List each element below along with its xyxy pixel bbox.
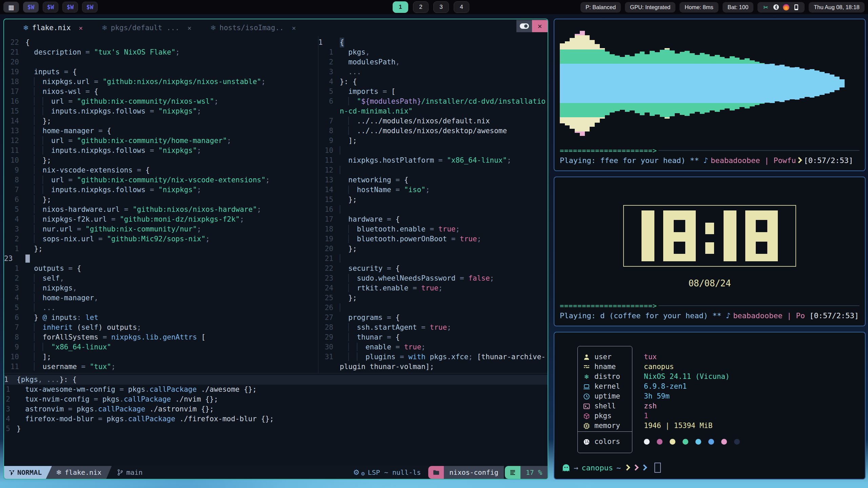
code-line[interactable]: 6 ▏ }; bbox=[4, 195, 318, 205]
code-line[interactable]: 6 ▏ "${modulesPath}/installer/cd-dvd/ins… bbox=[318, 97, 548, 106]
code-line[interactable]: 2 ▏ sops-nix.url = "github:Mic92/sops-ni… bbox=[4, 234, 318, 244]
code-line[interactable]: 22 security = { bbox=[318, 264, 548, 273]
toggle-button[interactable] bbox=[516, 20, 532, 32]
code-line[interactable]: 26▏ bbox=[318, 303, 548, 313]
flame-icon[interactable] bbox=[783, 4, 789, 11]
code-line[interactable]: 29 ▏ thunar = { bbox=[318, 332, 548, 342]
code-pane-left[interactable]: 22{21 description = "tux's NixOS Flake";… bbox=[4, 36, 318, 373]
code-line[interactable]: 5} bbox=[4, 424, 548, 434]
workspace-button-2[interactable]: $W bbox=[43, 2, 58, 13]
close-tab-icon[interactable]: ✕ bbox=[292, 24, 296, 32]
code-line[interactable]: 4 ▏ nixpkgs-f2k.url = "github:moni-dz/ni… bbox=[4, 215, 318, 224]
code-line[interactable]: 3 ... bbox=[318, 67, 548, 77]
workspace-button-1[interactable]: $W bbox=[23, 2, 39, 13]
tab-hosts-isoimage[interactable]: ❄ hosts/isoImag.. ✕ bbox=[211, 24, 296, 32]
terminal-fetch-window[interactable]: → canopus ~ usertuxhnamecanopus❄distroNi… bbox=[554, 332, 866, 480]
neovim-window[interactable]: ❄ flake.nix ✕ ❄ pkgs/default ... ✕ ❄ hos… bbox=[3, 19, 548, 480]
code-line[interactable]: 21▏ bbox=[318, 254, 548, 264]
code-line[interactable]: 2 ▏ self, bbox=[4, 273, 318, 283]
code-line[interactable]: 11 nixpkgs.hostPlatform = "x86_64-linux"… bbox=[318, 156, 548, 165]
code-line[interactable]: 25 }; bbox=[318, 293, 548, 303]
code-line[interactable]: 16▏ bbox=[318, 205, 548, 215]
tab-flake-nix[interactable]: ❄ flake.nix ✕ bbox=[23, 24, 83, 32]
code-line[interactable]: 7 ▏ inherit (self) outputs; bbox=[4, 323, 318, 332]
tag-3[interactable]: 3 bbox=[433, 1, 449, 13]
code-line[interactable]: 8 ▏ ▏ url = "github:nix-community/nix-vs… bbox=[4, 175, 318, 185]
code-line[interactable]: 9 ]; bbox=[318, 136, 548, 146]
code-line[interactable]: 14 ▏ }; bbox=[4, 116, 318, 126]
code-line[interactable]: 4 ▏ home-manager, bbox=[4, 293, 318, 303]
code-line[interactable]: 15 }; bbox=[318, 195, 548, 205]
code-line[interactable]: 24 ▏ rtkit.enable = true; bbox=[318, 283, 548, 293]
tag-2[interactable]: 2 bbox=[413, 1, 429, 13]
code-line[interactable]: 12 ▏ ▏ url = "github:nix-community/home-… bbox=[4, 136, 318, 146]
audio-visualizer-window[interactable]: =====================> Playing: ffee for… bbox=[554, 19, 866, 171]
code-line[interactable]: 1{pkgs, ...}: { bbox=[4, 375, 548, 385]
code-line[interactable]: 1 tux-awesome-wm-config = pkgs.callPacka… bbox=[4, 385, 548, 394]
datetime-pill[interactable]: Thu Aug 08, 18:18 bbox=[809, 2, 865, 13]
code-line[interactable]: 5 ▏ nixos-hardware.url = "github:nixos/n… bbox=[4, 205, 318, 215]
code-line[interactable]: 2 tux-nvim-config = pkgs.callPackage ./n… bbox=[4, 394, 548, 404]
terminal-cursor[interactable] bbox=[654, 463, 661, 473]
workspace-button-3[interactable]: $W bbox=[62, 2, 78, 13]
code-line[interactable]: 11 ▏ username = "tux"; bbox=[4, 362, 318, 372]
code-line[interactable]: 30 ▏ ▏ enable = true; bbox=[318, 342, 548, 352]
code-line[interactable]: 15 ▏ ▏ inputs.nixpkgs.follows = "nixpkgs… bbox=[4, 106, 318, 116]
code-line[interactable]: 28 ▏ ssh.startAgent = true; bbox=[318, 323, 548, 332]
code-line[interactable]: 31 ▏ ▏ plugins = with pkgs.xfce; [thunar… bbox=[318, 352, 548, 362]
code-line[interactable]: 22{ bbox=[4, 38, 318, 47]
code-line[interactable]: 8 ▏ forAllSystems = nixpkgs.lib.genAttrs… bbox=[4, 332, 318, 342]
code-line[interactable]: 3 astronvim = pkgs.callPackage ./astronv… bbox=[4, 404, 548, 414]
code-line[interactable]: 3 ▏ nixpkgs, bbox=[4, 283, 318, 293]
code-line[interactable]: 6 } @ inputs: let bbox=[4, 313, 318, 323]
bluetooth-icon[interactable] bbox=[773, 4, 779, 11]
code-line[interactable]: 20 bbox=[4, 57, 318, 67]
code-line[interactable]: 1{ bbox=[318, 38, 548, 47]
code-line[interactable]: 18 ▏ nixpkgs.url = "github:nixos/nixpkgs… bbox=[4, 77, 318, 87]
code-line[interactable]: 11 ▏ ▏ inputs.nixpkgs.follows = "nixpkgs… bbox=[4, 146, 318, 156]
code-line[interactable]: 7 ▏ ../../modules/nixos/default.nix bbox=[318, 116, 548, 126]
code-line[interactable]: 1 pkgs, bbox=[318, 47, 548, 57]
code-line[interactable]: 5 ▏ ... bbox=[4, 303, 318, 313]
code-line[interactable]: 19 inputs = { bbox=[4, 67, 318, 77]
phone-icon[interactable] bbox=[793, 4, 800, 11]
code-line[interactable]: 23 bbox=[4, 254, 318, 264]
code-line[interactable]: 19 ▏ bluetooth.powerOnBoot = true; bbox=[318, 234, 548, 244]
tag-4[interactable]: 4 bbox=[454, 1, 469, 13]
code-line[interactable]: 23 ▏ sudo.wheelNeedsPassword = false; bbox=[318, 273, 548, 283]
tag-1[interactable]: 1 bbox=[393, 1, 408, 13]
code-line[interactable]: n-cd-minimal.nix" bbox=[318, 106, 548, 116]
code-line[interactable]: 17 ▏ nixos-wsl = { bbox=[4, 87, 318, 97]
code-pane-bottom[interactable]: 1{pkgs, ...}: {1 tux-awesome-wm-config =… bbox=[4, 373, 548, 466]
code-line[interactable]: 7 ▏ ▏ inputs.nixpkgs.follows = "nixpkgs"… bbox=[4, 185, 318, 195]
code-line[interactable]: 5 imports = [ bbox=[318, 87, 548, 97]
code-line[interactable]: plugin thunar-volman]; bbox=[318, 362, 548, 372]
tab-pkgs-default[interactable]: ❄ pkgs/default ... ✕ bbox=[102, 24, 192, 32]
code-line[interactable]: 4 firefox-mod-blur = pkgs.callPackage ./… bbox=[4, 414, 548, 424]
code-line[interactable]: 8 ▏ ../../modules/nixos/desktop/awesome bbox=[318, 126, 548, 136]
code-line[interactable]: 14 ▏ hostName = "iso"; bbox=[318, 185, 548, 195]
code-line[interactable]: 13 networking = { bbox=[318, 175, 548, 185]
layout-button[interactable]: ▦ bbox=[3, 2, 19, 13]
code-line[interactable]: 12▏ bbox=[318, 165, 548, 175]
code-line[interactable]: 21 description = "tux's NixOS Flake"; bbox=[4, 47, 318, 57]
code-line[interactable]: 10▏ bbox=[318, 146, 548, 156]
workspace-button-4[interactable]: $W bbox=[82, 2, 98, 13]
scissors-icon[interactable]: ✂ bbox=[763, 4, 769, 11]
code-line[interactable]: 1 outputs = { bbox=[4, 264, 318, 273]
clock-window[interactable]: 08/08/24 =====================> Playing:… bbox=[554, 177, 866, 326]
code-line[interactable]: 16 ▏ ▏ url = "github:nix-community/nixos… bbox=[4, 97, 318, 106]
code-line[interactable]: 4}: { bbox=[318, 77, 548, 87]
code-line[interactable]: 27 programs = { bbox=[318, 313, 548, 323]
code-line[interactable]: 9 ▏ ▏ "x86_64-linux" bbox=[4, 342, 318, 352]
code-line[interactable]: 2 modulesPath, bbox=[318, 57, 548, 67]
code-line[interactable]: 20 }; bbox=[318, 244, 548, 254]
code-line[interactable]: 10 ▏ }; bbox=[4, 156, 318, 165]
code-line[interactable]: 1 }; bbox=[4, 244, 318, 254]
close-tab-icon[interactable]: ✕ bbox=[188, 24, 191, 32]
close-window-button[interactable]: ✕ bbox=[532, 20, 548, 32]
code-line[interactable]: 9 ▏ nix-vscode-extensions = { bbox=[4, 165, 318, 175]
shell-prompt[interactable]: → canopus ~ bbox=[562, 463, 661, 473]
code-line[interactable]: 10 ▏ ]; bbox=[4, 352, 318, 362]
code-line[interactable]: 3 ▏ nur.url = "github:nix-community/nur"… bbox=[4, 224, 318, 234]
